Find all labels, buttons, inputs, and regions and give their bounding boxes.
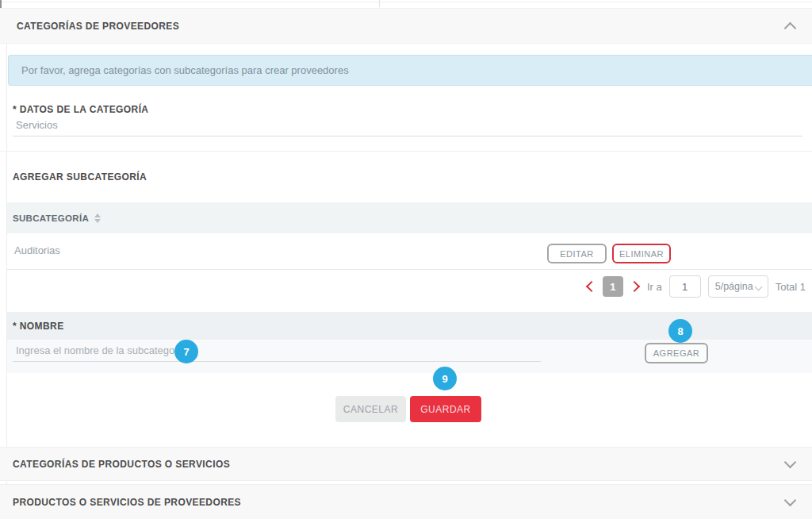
add-subcategory-title: AGREGAR SUBCATEGORÍA [13, 171, 147, 183]
add-button[interactable]: AGREGAR [645, 343, 708, 363]
prev-page-icon[interactable] [586, 281, 597, 292]
section-header-productos-servicios[interactable]: CATEGORÍAS DE PRODUCTOS O SERVICIOS [0, 447, 812, 481]
page-title: CATEGORÍAS DE PROVEEDORES [17, 21, 179, 32]
save-button[interactable]: GUARDAR [410, 396, 481, 422]
top-divider [379, 0, 380, 7]
page-size-value: 5/página [715, 281, 753, 292]
step-badge-7: 7 [174, 340, 198, 363]
subcategory-table-header: SUBCATEGORÍA [7, 202, 812, 233]
subcategory-name-input[interactable] [13, 344, 541, 362]
section-title: CATEGORÍAS DE PRODUCTOS O SERVICIOS [13, 459, 230, 470]
section-header-proveedores[interactable]: CATEGORÍAS DE PROVEEDORES [0, 8, 812, 44]
supplier-categories-page: CATEGORÍAS DE PROVEEDORES Por favor, agr… [0, 0, 812, 519]
top-hairline [0, 2, 812, 2]
page-size-select[interactable]: 5/página [708, 275, 768, 298]
category-data-label: * DATOS DE LA CATEGORÍA [13, 104, 148, 115]
expand-icon[interactable] [784, 494, 797, 507]
expand-icon[interactable] [784, 456, 797, 469]
cancel-button[interactable]: CANCELAR [335, 396, 406, 422]
total-label: Total 1 [776, 281, 806, 293]
table-row: Auditorias EDITAR ELIMINAR [7, 233, 812, 270]
goto-page-input[interactable] [669, 275, 701, 298]
edit-button[interactable]: EDITAR [547, 244, 607, 263]
info-banner: Por favor, agrega categorías con subcate… [8, 55, 812, 86]
info-banner-text: Por favor, agrega categorías con subcate… [21, 64, 349, 76]
next-page-icon[interactable] [629, 281, 640, 292]
delete-button[interactable]: ELIMINAR [612, 244, 671, 263]
subcategory-name-cell: Auditorias [14, 244, 60, 256]
goto-label: Ir a [647, 281, 662, 293]
nombre-label: * NOMBRE [13, 321, 64, 332]
sorter-icon[interactable] [94, 213, 101, 223]
page-item-active[interactable]: 1 [603, 276, 623, 297]
subcategory-column-header[interactable]: SUBCATEGORÍA [13, 213, 89, 223]
collapse-icon[interactable] [784, 21, 797, 34]
card-divider [0, 151, 812, 152]
section-header-productos-proveedores[interactable]: PRODUCTOS O SERVICIOS DE PROVEEDORES [0, 484, 812, 519]
pagination: 1 Ir a 5/página Total 1 [588, 275, 806, 298]
section-title: PRODUCTOS O SERVICIOS DE PROVEEDORES [13, 497, 241, 508]
step-badge-9: 9 [433, 367, 457, 390]
category-name-input[interactable] [13, 119, 802, 136]
step-badge-8: 8 [668, 319, 692, 343]
select-arrow-icon [754, 283, 762, 291]
